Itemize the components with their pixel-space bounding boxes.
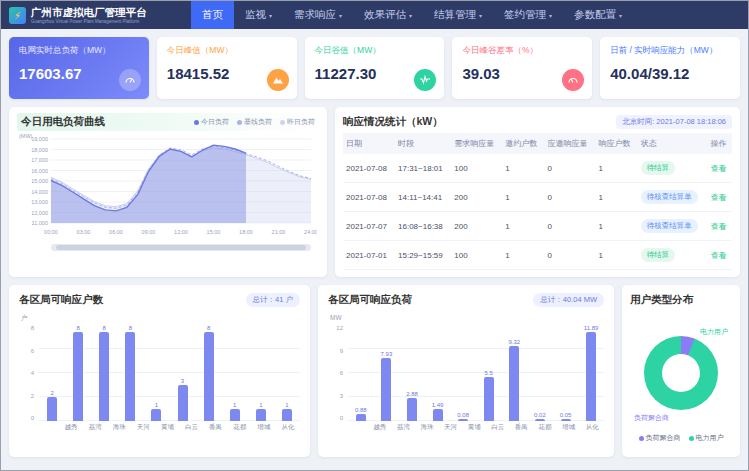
view-link[interactable]: 查看 xyxy=(711,164,727,173)
legend-item-1[interactable]: 基线负荷 xyxy=(237,117,272,127)
bar-value-label: 7.93 xyxy=(381,351,393,357)
cell-action: 查看 xyxy=(708,183,732,212)
kpi-card-0: 电网实时总负荷（MW） 17603.67 xyxy=(9,37,149,99)
cell-period: 15:29~15:59 xyxy=(395,241,451,270)
cell-period: 14:11~14:41 xyxy=(395,183,451,212)
column-header: 响应户数 xyxy=(596,133,638,154)
status-badge: 待核查结算单 xyxy=(641,190,698,204)
column-header: 日期 xyxy=(343,133,395,154)
district-users-plot: 2 8 8 8 1 3 8 1 1 1 xyxy=(39,325,300,421)
svg-text:18,000: 18,000 xyxy=(31,147,48,153)
brand: ⚡ 广州市虚拟电厂管理平台 Guangzhou Virtual Power Pl… xyxy=(9,6,179,23)
donut-legend: 负荷聚合商 电力用户 xyxy=(630,433,732,443)
panel-title: 用户类型分布 xyxy=(630,293,693,307)
svg-text:16,000: 16,000 xyxy=(31,168,48,174)
bar-slot-3: 1.49 xyxy=(425,325,451,421)
table-row: 2021-07-08 17:31~18:01 100 1 0 1 待结算 查看 xyxy=(343,154,732,183)
y-tick-label: 0 xyxy=(340,415,343,421)
bar-category-label: 荔湾 xyxy=(392,423,416,432)
chevron-down-icon: ▾ xyxy=(549,12,552,19)
bar-slot-6: 8 xyxy=(196,325,222,421)
cell-action: 查看 xyxy=(708,241,732,270)
datazoom-slider[interactable] xyxy=(51,244,311,251)
user-type-header: 用户类型分布 xyxy=(630,291,732,309)
cell-status: 待核查结算单 xyxy=(638,212,708,241)
view-link[interactable]: 查看 xyxy=(711,193,727,202)
svg-text:03:00: 03:00 xyxy=(77,229,91,235)
svg-text:24:00: 24:00 xyxy=(304,229,317,235)
cell-invited: 1 xyxy=(502,241,544,270)
table-row: 2021-07-01 15:29~15:59 100 1 0 1 待结算 查看 xyxy=(343,241,732,270)
svg-text:15:00: 15:00 xyxy=(207,229,221,235)
top-navbar: ⚡ 广州市虚拟电厂管理平台 Guangzhou Virtual Power Pl… xyxy=(1,1,748,29)
chevron-down-icon: ▾ xyxy=(339,12,342,19)
legend-dot-icon xyxy=(194,120,199,125)
nav-item-4[interactable]: 结算管理▾ xyxy=(423,1,493,29)
cell-demand: 100 xyxy=(451,241,502,270)
nav-item-5[interactable]: 签约管理▾ xyxy=(493,1,563,29)
bar-rect xyxy=(356,414,366,421)
district-load-cats: 越秀荔湾海珠天河黄埔白云番禺花都增城从化 xyxy=(348,423,604,432)
legend-item-0[interactable]: 今日负荷 xyxy=(194,117,229,127)
y-tick-label: 3 xyxy=(340,393,343,399)
bar-value-label: 1 xyxy=(233,402,236,408)
nav-item-2[interactable]: 需求响应▾ xyxy=(283,1,353,29)
svg-text:17,000: 17,000 xyxy=(31,157,48,163)
cell-action: 查看 xyxy=(708,154,732,183)
bar-slot-7: 1 xyxy=(222,325,248,421)
y-tick-label: 9 xyxy=(340,348,343,354)
y-axis-unit: MW xyxy=(330,314,342,321)
view-link[interactable]: 查看 xyxy=(711,251,727,260)
bar-category-label: 番禺 xyxy=(204,423,228,432)
bar-slot-1: 8 xyxy=(65,325,91,421)
bar-slot-2: 2.88 xyxy=(399,325,425,421)
y-tick-label: 2 xyxy=(31,393,34,399)
bar-slot-4: 1 xyxy=(143,325,169,421)
user-type-donut xyxy=(644,336,718,410)
cell-responders: 1 xyxy=(596,183,638,212)
nav-item-6[interactable]: 参数配置▾ xyxy=(563,1,633,29)
bar-value-label: 1 xyxy=(155,402,158,408)
donut-legend-item-0[interactable]: 负荷聚合商 xyxy=(639,433,681,443)
bar-category-label: 白云 xyxy=(179,423,203,432)
bar-value-label: 8 xyxy=(207,325,210,331)
bar-category-label: 花都 xyxy=(533,423,557,432)
kpi-title: 日前 / 实时响应能力（MW） xyxy=(610,45,730,57)
cell-invited: 1 xyxy=(502,212,544,241)
cell-responders: 1 xyxy=(596,241,638,270)
bar-category-label: 天河 xyxy=(131,423,155,432)
bar-category-label: 增城 xyxy=(557,423,581,432)
response-stats-header: 响应情况统计（kW） 北京时间: 2021-07-08 18:18:06 xyxy=(343,113,732,131)
user-type-panel: 用户类型分布 电力用户 负荷聚合商 负荷聚合商 电力用户 xyxy=(622,285,740,457)
legend-dot-icon xyxy=(689,436,694,441)
status-badge: 待结算 xyxy=(641,161,676,175)
load-legend: 今日负荷基线负荷昨日负荷 xyxy=(194,117,315,127)
nav-item-label: 需求响应 xyxy=(294,8,336,22)
table-row: 2021-07-08 14:11~14:41 200 1 0 1 待核查结算单 … xyxy=(343,183,732,212)
bar-rect xyxy=(178,385,188,421)
cell-status: 待核查结算单 xyxy=(638,183,708,212)
kpi-value: 40.04/39.12 xyxy=(610,65,730,82)
district-users-header: 各区局可响应户数 总计：41 户 xyxy=(19,291,300,309)
bar-category-label: 增城 xyxy=(252,423,276,432)
svg-text:09:00: 09:00 xyxy=(142,229,156,235)
bar-slot-5: 5.5 xyxy=(476,325,502,421)
nav-item-3[interactable]: 效果评估▾ xyxy=(353,1,423,29)
district-users-chart: 户 86420 2 8 8 8 1 3 8 1 1 xyxy=(19,325,300,432)
chevron-down-icon: ▾ xyxy=(409,12,412,19)
nav-item-1[interactable]: 监视▾ xyxy=(234,1,283,29)
donut-legend-item-1[interactable]: 电力用户 xyxy=(689,433,724,443)
bar-rect xyxy=(586,332,596,421)
legend-item-2[interactable]: 昨日负荷 xyxy=(280,117,315,127)
total-badge: 总计：41 户 xyxy=(246,293,300,307)
svg-text:21:00: 21:00 xyxy=(272,229,286,235)
cell-invited: 1 xyxy=(502,154,544,183)
response-table: 日期时段需求响应量邀约户数应邀响应量响应户数状态操作 2021-07-08 17… xyxy=(343,133,732,270)
view-link[interactable]: 查看 xyxy=(711,222,727,231)
column-header: 状态 xyxy=(638,133,708,154)
cell-status: 待结算 xyxy=(638,154,708,183)
nav-item-0[interactable]: 首页 xyxy=(191,1,234,29)
district-users-panel: 各区局可响应户数 总计：41 户 户 86420 2 8 8 8 1 3 8 xyxy=(9,285,310,457)
datazoom-handle[interactable] xyxy=(56,245,306,250)
total-badge: 总计：40.04 MW xyxy=(533,293,604,307)
